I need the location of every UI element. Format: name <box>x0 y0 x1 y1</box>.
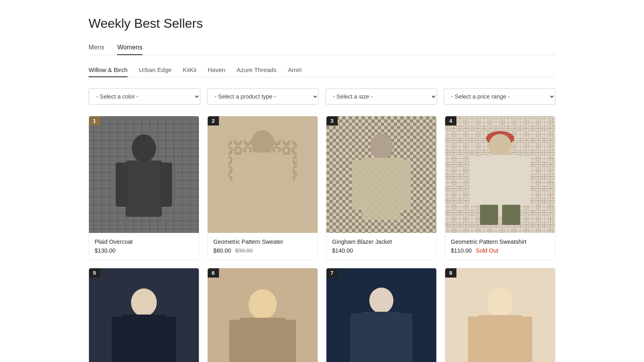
svg-rect-35 <box>470 156 481 205</box>
rank-badge-1: 1 <box>89 116 100 125</box>
product-name-4: Geometric Pattern Sweatshirt <box>451 239 549 245</box>
product-info-3: Gingham Blazer Jacket $140.00 <box>326 233 436 259</box>
svg-rect-5 <box>126 160 162 217</box>
product-photo-6 <box>208 268 318 362</box>
tab-womens[interactable]: Womens <box>117 44 142 55</box>
product-card-1[interactable]: 1 <box>89 116 199 260</box>
svg-rect-7 <box>160 162 172 207</box>
svg-rect-57 <box>468 317 480 362</box>
svg-rect-56 <box>478 315 522 362</box>
product-card-6[interactable]: 6 <box>207 268 318 362</box>
product-card-8[interactable]: 8 <box>445 268 555 362</box>
product-image-2: 2 <box>208 116 318 233</box>
product-image-4: 4 <box>445 116 555 233</box>
product-image-8: 8 <box>445 268 555 362</box>
svg-point-33 <box>489 134 512 156</box>
rank-badge-2: 2 <box>208 116 219 125</box>
page-container: Weekly Best Sellers Mens Womens Willow &… <box>80 0 564 362</box>
tab-haven[interactable]: Haven <box>208 66 225 77</box>
product-card-4[interactable]: 4 <box>445 116 555 260</box>
product-photo-2 <box>208 116 318 233</box>
svg-point-12 <box>252 130 274 154</box>
svg-point-40 <box>131 288 157 317</box>
brand-tabs: Willow & Birch Urban Edge KiiKii Haven A… <box>89 66 555 77</box>
price-current-2: $80.00 <box>213 247 231 254</box>
price-current-4: $110.00 <box>451 247 472 254</box>
svg-rect-43 <box>164 317 176 362</box>
product-image-1: 1 <box>89 116 199 233</box>
product-photo-7 <box>326 268 436 362</box>
product-image-7: 7 <box>326 268 436 362</box>
product-price-4: $110.00 Sold Out <box>451 247 549 254</box>
svg-point-4 <box>132 134 156 162</box>
price-original-2: $90.00 <box>235 247 253 254</box>
product-card-3[interactable]: 3 <box>326 116 437 260</box>
svg-rect-14 <box>233 154 245 203</box>
products-grid: 1 <box>89 116 555 362</box>
svg-rect-23 <box>363 158 400 220</box>
price-current-3: $140.00 <box>332 247 353 254</box>
tab-urban-edge[interactable]: Urban Edge <box>139 66 171 77</box>
rank-badge-6: 6 <box>208 268 219 278</box>
rank-badge-3: 3 <box>326 116 338 125</box>
rank-badge-8: 8 <box>445 268 456 278</box>
svg-rect-38 <box>502 205 520 225</box>
color-filter[interactable]: - Select a color - Black White Blue Red … <box>89 88 200 105</box>
price-range-filter[interactable]: - Select a price range - Under $50 $50-$… <box>444 88 555 105</box>
tab-amiri[interactable]: Amiri <box>288 66 302 77</box>
product-photo-8 <box>445 268 555 362</box>
svg-point-50 <box>369 288 394 313</box>
svg-rect-42 <box>112 317 124 362</box>
svg-point-45 <box>249 289 277 320</box>
page-title: Weekly Best Sellers <box>89 16 555 31</box>
product-image-5: 5 <box>89 268 199 362</box>
rank-badge-7: 7 <box>326 268 338 278</box>
svg-rect-13 <box>243 152 283 217</box>
size-filter[interactable]: - Select a size - XS S M L XL XXL <box>325 88 437 105</box>
svg-rect-36 <box>519 156 530 205</box>
product-info-1: Plaid Overcoat $130.00 <box>89 233 199 259</box>
svg-rect-47 <box>229 320 242 362</box>
svg-rect-58 <box>520 317 533 362</box>
product-price-1: $130.00 <box>95 247 193 254</box>
product-name-1: Plaid Overcoat <box>95 239 193 245</box>
svg-rect-46 <box>240 318 286 362</box>
tab-azure-threads[interactable]: Azure Threads <box>237 66 277 77</box>
svg-rect-37 <box>480 205 498 225</box>
product-info-4: Geometric Pattern Sweatshirt $110.00 Sol… <box>445 233 555 259</box>
product-photo-4 <box>445 116 555 233</box>
price-current-1: $130.00 <box>95 247 116 254</box>
product-info-2: Geometric Pattern Sweater $80.00 $90.00 <box>208 233 318 259</box>
product-price-2: $80.00 $90.00 <box>213 247 312 254</box>
svg-rect-25 <box>399 160 411 210</box>
tab-willow-birch[interactable]: Willow & Birch <box>89 66 128 77</box>
product-photo-3 <box>326 116 436 233</box>
product-card-5[interactable]: 5 <box>89 268 199 362</box>
svg-rect-53 <box>400 313 413 362</box>
svg-rect-52 <box>351 313 363 362</box>
product-name-2: Geometric Pattern Sweater <box>213 239 312 245</box>
product-type-filter[interactable]: - Select a product type - Jacket Sweater… <box>207 88 319 105</box>
svg-rect-41 <box>122 315 166 362</box>
product-photo-1 <box>89 116 199 233</box>
tab-kiikii[interactable]: KiiKii <box>183 66 196 77</box>
svg-rect-24 <box>352 160 364 210</box>
svg-rect-6 <box>116 162 128 207</box>
svg-rect-15 <box>281 154 293 203</box>
product-card-2[interactable]: 2 <box>207 116 318 260</box>
svg-rect-48 <box>284 320 296 362</box>
product-name-3: Gingham Blazer Jacket <box>332 239 431 245</box>
product-image-3: 3 <box>326 116 436 233</box>
svg-point-55 <box>487 288 513 317</box>
product-photo-5 <box>89 268 199 362</box>
tab-mens[interactable]: Mens <box>89 44 104 55</box>
product-card-7[interactable]: 7 <box>326 268 437 362</box>
svg-point-22 <box>370 134 393 159</box>
product-image-6: 6 <box>208 268 318 362</box>
product-price-3: $140.00 <box>332 247 431 254</box>
rank-badge-5: 5 <box>89 268 100 278</box>
filters-bar: - Select a color - Black White Blue Red … <box>89 88 555 105</box>
rank-badge-4: 4 <box>445 116 456 125</box>
sold-out-badge-4: Sold Out <box>476 247 498 254</box>
gender-tabs: Mens Womens <box>89 44 555 55</box>
